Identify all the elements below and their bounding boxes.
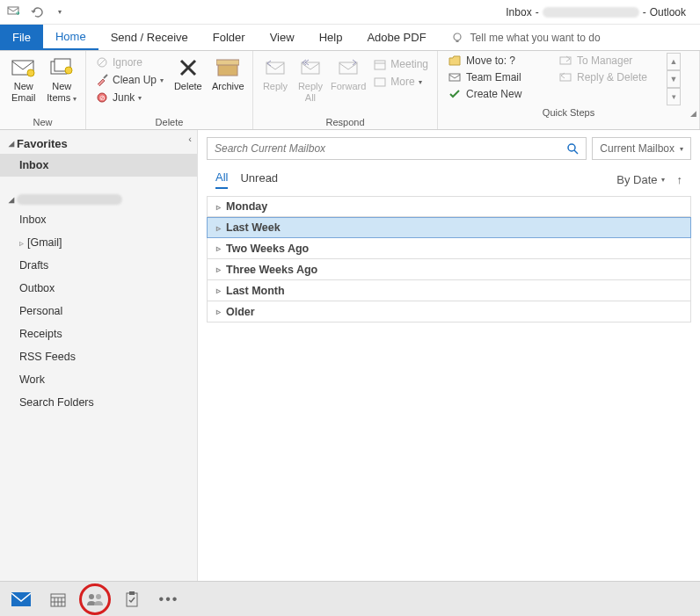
undo-icon[interactable]	[30, 5, 44, 19]
folder-inbox[interactable]: Inbox	[0, 208, 197, 231]
tab-home[interactable]: Home	[43, 25, 98, 50]
new-email-label: New Email	[11, 81, 36, 104]
nav-calendar-icon[interactable]	[47, 589, 69, 610]
svg-line-27	[574, 150, 578, 154]
search-icon[interactable]	[566, 142, 579, 155]
reply-all-button[interactable]: Reply All	[295, 54, 325, 104]
group-three-weeks-ago[interactable]: Three Weeks Ago	[207, 259, 691, 280]
meeting-icon	[373, 57, 387, 71]
group-two-weeks-ago[interactable]: Two Weeks Ago	[207, 238, 691, 259]
favorites-header[interactable]: ◢Favorites	[0, 134, 197, 154]
new-email-button[interactable]: New Email	[7, 54, 40, 104]
folder-work[interactable]: Work	[0, 368, 197, 391]
title-account-redacted	[543, 7, 639, 18]
svg-point-1	[454, 33, 461, 40]
folder-move-icon	[448, 55, 461, 66]
tab-help[interactable]: Help	[307, 25, 355, 50]
nav-people-icon[interactable]	[84, 589, 106, 610]
tab-file[interactable]: File	[0, 25, 43, 50]
qs-scroll-down[interactable]: ▼	[667, 70, 681, 88]
qs-create-new[interactable]: Create New	[445, 86, 551, 102]
ignore-button[interactable]: Ignore	[93, 54, 165, 70]
search-input[interactable]	[215, 142, 566, 155]
filter-row: All Unread By Date▾ ↑	[207, 167, 691, 192]
svg-text:⊘: ⊘	[99, 94, 106, 102]
to-manager-icon	[559, 55, 572, 66]
title-sep1: -	[536, 6, 539, 18]
main-area: ‹ ◢Favorites Inbox ◢ Inbox ▹[Gmail] Draf…	[0, 130, 700, 581]
nav-tasks-icon[interactable]	[121, 589, 142, 610]
folder-personal[interactable]: Personal	[0, 300, 197, 322]
svg-point-26	[568, 144, 575, 151]
qs-to-manager[interactable]: To Manager	[556, 53, 661, 69]
search-box[interactable]	[207, 137, 587, 160]
window-title: Inbox - - Outlook	[67, 6, 693, 18]
folder-rss-feeds[interactable]: RSS Feeds	[0, 345, 197, 368]
filter-all[interactable]: All	[215, 170, 228, 189]
qs-expand[interactable]: ▾	[667, 88, 681, 105]
delete-x-icon	[175, 56, 201, 79]
title-bar: ▾ Inbox - - Outlook	[0, 0, 700, 25]
sidebar-collapse-button[interactable]: ‹	[188, 134, 192, 144]
tell-me-label: Tell me what you want to do	[470, 32, 601, 44]
folder-search-folders[interactable]: Search Folders	[0, 391, 197, 414]
tell-me-search[interactable]: Tell me what you want to do	[439, 25, 601, 50]
sort-direction-button[interactable]: ↑	[677, 173, 683, 186]
menu-tabs: File Home Send / Receive Folder View Hel…	[0, 25, 700, 51]
folder-sidebar: ‹ ◢Favorites Inbox ◢ Inbox ▹[Gmail] Draf…	[0, 130, 198, 581]
qat-customize-dropdown[interactable]: ▾	[53, 5, 67, 19]
date-groups: Monday Last Week Two Weeks Ago Three Wee…	[207, 196, 691, 322]
reply-delete-icon	[559, 72, 572, 83]
tab-send-receive[interactable]: Send / Receive	[98, 25, 201, 50]
filter-unread[interactable]: Unread	[240, 171, 278, 188]
group-last-week[interactable]: Last Week	[207, 217, 691, 238]
ignore-icon	[95, 55, 109, 69]
title-app: Outlook	[650, 6, 686, 18]
sort-by-dropdown[interactable]: By Date▾	[616, 173, 664, 186]
archive-button[interactable]: Archive	[211, 54, 245, 92]
qs-move-to[interactable]: Move to: ?	[445, 53, 551, 69]
reply-all-icon	[297, 56, 324, 79]
svg-rect-16	[216, 60, 239, 65]
favorites-inbox[interactable]: Inbox	[0, 154, 197, 177]
tab-adobe-pdf[interactable]: Adobe PDF	[354, 25, 438, 50]
svg-line-10	[104, 75, 107, 78]
check-icon	[448, 89, 461, 99]
title-inbox: Inbox	[506, 6, 531, 18]
ribbon-group-quicksteps: Move to: ? Team Email Create New To Mana…	[438, 51, 700, 129]
cleanup-button[interactable]: Clean Up▾	[93, 72, 165, 88]
ribbon-group-new: New Email New Items ▾ New	[0, 51, 86, 129]
junk-button[interactable]: ⊘Junk▾	[93, 90, 165, 105]
more-icon	[373, 75, 387, 89]
scope-label: Current Mailbox	[600, 142, 674, 155]
group-monday[interactable]: Monday	[207, 196, 691, 217]
tab-view[interactable]: View	[258, 25, 307, 50]
nav-more-button[interactable]: •••	[158, 589, 179, 610]
new-items-label: New Items ▾	[47, 81, 77, 104]
folder-gmail[interactable]: ▹[Gmail]	[0, 231, 197, 254]
quicksteps-launcher-icon[interactable]: ◢	[689, 109, 697, 118]
qs-scroll-up[interactable]: ▲	[667, 53, 681, 70]
ribbon-group-delete-label: Delete	[86, 117, 252, 129]
group-last-month[interactable]: Last Month	[207, 280, 691, 301]
tab-folder[interactable]: Folder	[201, 25, 258, 50]
new-items-button[interactable]: New Items ▾	[46, 54, 79, 104]
group-older[interactable]: Older	[207, 301, 691, 322]
account-header[interactable]: ◢	[0, 191, 197, 208]
more-respond-button[interactable]: More▾	[371, 74, 430, 90]
qs-reply-delete[interactable]: Reply & Delete	[556, 69, 661, 85]
folder-outbox[interactable]: Outbox	[0, 277, 197, 300]
ribbon-group-quicksteps-label: Quick Steps ◢	[438, 107, 699, 120]
reply-button[interactable]: Reply	[260, 54, 290, 92]
nav-mail-icon[interactable]	[11, 589, 32, 610]
qs-team-email[interactable]: Team Email	[445, 69, 551, 85]
delete-button[interactable]: Delete	[171, 54, 205, 92]
folder-receipts[interactable]: Receipts	[0, 322, 197, 345]
send-receive-qat-icon[interactable]	[7, 5, 21, 19]
meeting-button[interactable]: Meeting	[371, 56, 430, 72]
archive-label: Archive	[212, 81, 244, 92]
search-scope-dropdown[interactable]: Current Mailbox ▾	[592, 137, 691, 160]
forward-button[interactable]: Forward	[331, 54, 366, 92]
title-sep2: -	[643, 6, 646, 18]
folder-drafts[interactable]: Drafts	[0, 254, 197, 277]
